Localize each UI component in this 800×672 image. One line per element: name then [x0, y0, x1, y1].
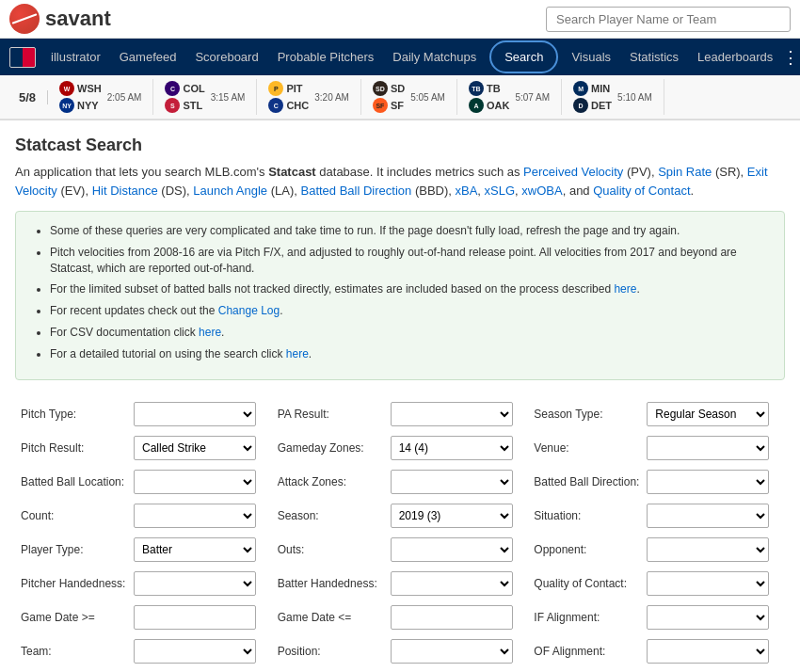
pa-result-label: PA Result: — [278, 408, 391, 421]
link-xba[interactable]: xBA — [456, 184, 478, 198]
nav-more-icon[interactable]: ⋮⋮ — [782, 47, 800, 68]
link-hd[interactable]: Hit Distance — [92, 184, 158, 198]
link-la[interactable]: Launch Angle — [193, 184, 267, 198]
count-select[interactable] — [134, 504, 256, 528]
venue-label: Venue: — [534, 441, 647, 455]
nav-daily-matchups[interactable]: Daily Matchups — [383, 39, 486, 75]
link-bbd[interactable]: Batted Ball Direction — [301, 184, 412, 198]
link-sr[interactable]: Spin Rate — [658, 165, 712, 179]
search-form: Pitch Type: Pitch Result: Called Strike … — [15, 397, 785, 672]
form-row-attack-zones: Attack Zones: — [272, 465, 529, 499]
link-here-1[interactable]: here — [614, 282, 636, 296]
link-pv[interactable]: Perceived Velocity — [523, 165, 623, 179]
link-changelog[interactable]: Change Log — [218, 304, 280, 317]
form-row-opponent: Opponent: — [528, 533, 785, 567]
pitch-type-select[interactable] — [134, 402, 256, 426]
team-select[interactable] — [134, 639, 256, 664]
batter-handedness-select[interactable] — [391, 571, 513, 596]
team-row-away: P PIT — [268, 81, 309, 96]
form-row-batted-ball-direction: Batted Ball Direction: — [528, 465, 785, 499]
pitcher-handedness-label: Pitcher Handedness: — [21, 577, 134, 590]
form-row-gameday-zones: Gameday Zones: 14 (4) — [272, 431, 529, 465]
game-item[interactable]: W WSH NY NYY 2:05 AM — [48, 79, 153, 115]
form-row-game-date-lte: Game Date <= — [272, 600, 529, 634]
situation-label: Situation: — [534, 509, 647, 522]
outs-label: Outs: — [278, 543, 391, 556]
nav-scoreboard[interactable]: Scoreboard — [185, 39, 267, 75]
form-row-if-alignment: IF Alignment: — [528, 600, 785, 634]
form-row-player-type: Player Type: BatterPitcher — [15, 533, 272, 567]
batter-handedness-label: Batter Handedness: — [278, 577, 391, 590]
game-item[interactable]: M MIN D DET 5:10 AM — [562, 79, 664, 115]
pitch-type-label: Pitch Type: — [21, 408, 134, 421]
attack-zones-label: Attack Zones: — [278, 475, 391, 488]
game-item[interactable]: P PIT C CHC 3:20 AM — [257, 79, 361, 115]
quality-of-contact-label: Quality of Contact: — [534, 577, 647, 590]
link-tutorial[interactable]: here — [286, 347, 309, 360]
outs-select[interactable] — [391, 537, 513, 562]
of-alignment-select[interactable] — [647, 639, 769, 664]
link-csv[interactable]: here — [199, 326, 221, 339]
team-label: Team: — [21, 645, 134, 658]
nav-visuals[interactable]: Visuals — [562, 39, 620, 75]
link-qoc[interactable]: Quality of Contact — [593, 184, 690, 198]
batted-ball-direction-select[interactable] — [647, 470, 769, 494]
game-item[interactable]: C COL S STL 3:15 AM — [153, 79, 257, 115]
opponent-select[interactable] — [647, 537, 769, 562]
nav-gamefeed[interactable]: Gamefeed — [110, 39, 186, 75]
nav-probable-pitchers[interactable]: Probable Pitchers — [268, 39, 384, 75]
nav-illustrator[interactable]: illustrator — [41, 39, 110, 75]
batted-ball-location-select[interactable] — [134, 470, 256, 494]
quality-of-contact-select[interactable] — [647, 571, 769, 596]
oak-logo-icon: A — [469, 98, 484, 113]
link-xslg[interactable]: xSLG — [485, 184, 516, 198]
nav-statistics[interactable]: Statistics — [620, 39, 688, 75]
game-time: 3:15 AM — [211, 92, 246, 103]
gameday-zones-select[interactable]: 14 (4) — [391, 436, 513, 460]
if-alignment-select[interactable] — [647, 605, 769, 630]
venue-select[interactable] — [647, 436, 769, 460]
game-date-lte-input[interactable] — [391, 605, 513, 630]
gameday-zones-label: Gameday Zones: — [278, 441, 391, 455]
info-bullet-2: Pitch velocities from 2008-16 are via Pi… — [50, 245, 769, 277]
season-type-select[interactable]: Regular Season — [647, 402, 769, 426]
away-team-label: SD — [391, 83, 405, 94]
team-row-away: TB TB — [469, 81, 509, 96]
form-row-home-away: Home or Away: — [272, 668, 529, 672]
form-row-batter-handedness: Batter Handedness: — [272, 567, 529, 600]
pitch-result-select[interactable]: Called Strike — [134, 436, 256, 460]
game-date-gte-input[interactable] — [134, 605, 256, 630]
game-item[interactable]: SD SD SF SF 5:05 AM — [361, 79, 457, 115]
form-row-season-type: Season Type: Regular Season — [528, 397, 785, 431]
teams-col: P PIT C CHC — [268, 81, 309, 113]
teams-col: TB TB A OAK — [469, 81, 509, 113]
stl-logo-icon: S — [165, 98, 180, 113]
away-team-label: WSH — [77, 83, 102, 94]
game-time: 3:20 AM — [314, 92, 349, 103]
position-select[interactable] — [391, 639, 513, 664]
sd-logo-icon: SD — [373, 81, 388, 96]
search-input[interactable] — [546, 7, 791, 32]
form-row-pitcher-handedness: Pitcher Handedness: — [15, 567, 272, 600]
position-label: Position: — [278, 645, 391, 658]
link-xwoba[interactable]: xwOBA — [521, 184, 562, 198]
game-time: 5:07 AM — [515, 92, 550, 103]
col-logo-icon: C — [165, 81, 180, 96]
home-team-label: CHC — [286, 100, 309, 111]
season-select[interactable]: 2019 (3) — [391, 504, 513, 528]
away-team-label: PIT — [286, 83, 302, 94]
game-item[interactable]: TB TB A OAK 5:07 AM — [457, 79, 562, 115]
form-col-1: Pitch Type: Pitch Result: Called Strike … — [15, 397, 272, 672]
pa-result-select[interactable] — [391, 402, 513, 426]
player-type-select[interactable]: BatterPitcher — [134, 537, 256, 562]
attack-zones-select[interactable] — [391, 470, 513, 494]
team-row-home: A OAK — [469, 98, 509, 113]
nav-leaderboards[interactable]: Leaderboards — [688, 39, 782, 75]
situation-select[interactable] — [647, 504, 769, 528]
det-logo-icon: D — [573, 98, 588, 113]
nav-search[interactable]: Search — [489, 40, 558, 73]
form-row-team: Team: — [15, 634, 272, 668]
game-time: 5:10 AM — [617, 92, 652, 103]
min-logo-icon: M — [573, 81, 588, 96]
pitcher-handedness-select[interactable] — [134, 571, 256, 596]
